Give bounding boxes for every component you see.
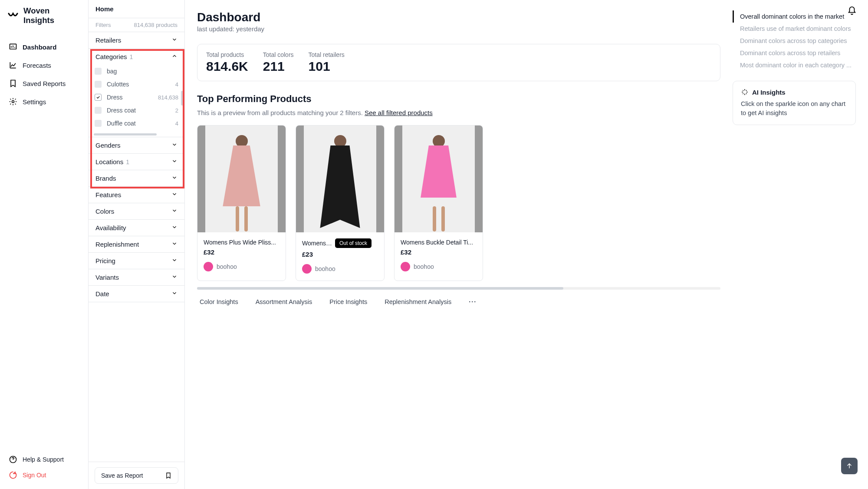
- analysis-tabs: Color InsightsAssortment AnalysisPrice I…: [197, 291, 720, 311]
- analysis-tab[interactable]: Color Insights: [200, 298, 238, 305]
- filter-features[interactable]: Features: [89, 187, 184, 203]
- product-price: £23: [302, 251, 378, 258]
- section-nav-item[interactable]: Retailers use of market dominant colors: [733, 23, 856, 35]
- product-card[interactable]: Womens Buckle Detail Ti... £32 boohoo: [394, 125, 483, 281]
- nav-dashboard-label: Dashboard: [23, 43, 56, 51]
- save-report-label: Save as Report: [101, 472, 143, 479]
- brand-logo-icon: [8, 12, 20, 20]
- product-image: [395, 126, 483, 232]
- preview-text: This is a preview from all products matc…: [197, 109, 720, 116]
- product-name: Womens Plus Wide Pliss...: [204, 239, 276, 246]
- category-option[interactable]: Duffle coat4: [95, 117, 178, 130]
- section-nav: Overall dominant colors in the marketRet…: [733, 10, 856, 71]
- filter-brands[interactable]: Brands: [89, 170, 184, 187]
- filter-genders[interactable]: Genders: [89, 137, 184, 154]
- product-price: £32: [204, 248, 279, 256]
- checkbox-icon: [95, 68, 102, 75]
- chevron-down-icon: [171, 208, 178, 215]
- product-card[interactable]: Womens Plus Wide Pliss... £32 boohoo: [197, 125, 286, 281]
- nav-forecasts[interactable]: Forecasts: [4, 56, 84, 74]
- stats-card: Total products814.6KTotal colors211Total…: [197, 44, 720, 81]
- retailer-name: boohoo: [217, 263, 237, 270]
- products-hscroll[interactable]: [197, 287, 720, 291]
- scroll-top-button[interactable]: [841, 458, 858, 474]
- filter-locations[interactable]: Locations1: [89, 154, 184, 170]
- product-card[interactable]: Womens ...Out of stock £23 boohoo: [296, 125, 385, 281]
- stat-label: Total products: [206, 51, 248, 58]
- categories-hscroll[interactable]: [94, 132, 179, 136]
- chevron-down-icon: [171, 224, 178, 231]
- products-row: Womens Plus Wide Pliss... £32 boohoo Wom…: [197, 125, 720, 281]
- nav-signout[interactable]: Sign Out: [0, 467, 88, 483]
- nav-forecasts-label: Forecasts: [23, 62, 51, 69]
- filter-categories-label: Categories: [95, 53, 127, 60]
- filter-categories-list: bagCulottes4Dress814,638Dress coat2Duffl…: [89, 65, 184, 132]
- nav-help[interactable]: Help & Support: [0, 452, 88, 467]
- retailer-name: boohoo: [315, 265, 335, 272]
- right-column: Overall dominant colors in the marketRet…: [733, 10, 856, 311]
- category-option[interactable]: Culottes4: [95, 78, 178, 91]
- analysis-tab[interactable]: Assortment Analysis: [256, 298, 312, 305]
- filter-categories: Categories 1 bagCulottes4Dress814,638Dre…: [89, 49, 184, 137]
- filter-retailers-label: Retailers: [95, 36, 121, 44]
- category-option[interactable]: bag: [95, 65, 178, 78]
- filter-replenishment[interactable]: Replenishment: [89, 236, 184, 253]
- filter-variants[interactable]: Variants: [89, 269, 184, 286]
- analysis-tab[interactable]: Price Insights: [329, 298, 367, 305]
- chevron-up-icon: [171, 53, 178, 60]
- section-nav-item[interactable]: Overall dominant colors in the market: [733, 10, 856, 23]
- page-title: Dashboard: [197, 10, 720, 24]
- section-nav-item[interactable]: Most dominant color in each category ...: [733, 59, 856, 71]
- filter-pricing-label: Pricing: [95, 257, 115, 264]
- filter-date[interactable]: Date: [89, 286, 184, 302]
- filter-availability[interactable]: Availability: [89, 220, 184, 236]
- see-all-link[interactable]: See all filtered products: [365, 109, 433, 116]
- section-nav-item[interactable]: Dominant colors across top categories: [733, 35, 856, 47]
- nav-dashboard[interactable]: Dashboard: [4, 38, 84, 56]
- category-count: 4: [175, 81, 178, 88]
- nav-help-label: Help & Support: [23, 456, 64, 463]
- filter-categories-head[interactable]: Categories 1: [89, 49, 184, 65]
- bookmark-icon: [165, 472, 172, 479]
- category-label: bag: [107, 68, 117, 75]
- chevron-down-icon: [171, 142, 178, 149]
- product-name: Womens Buckle Detail Ti...: [401, 239, 473, 246]
- retailer-name: boohoo: [414, 263, 434, 270]
- page-subtitle: last updated: yesterday: [197, 25, 720, 33]
- nav-settings[interactable]: Settings: [4, 93, 84, 110]
- tabs-more-button[interactable]: ···: [469, 298, 477, 305]
- filter-sections: Retailers Categories 1 bagCulottes4Dress…: [89, 32, 184, 462]
- categories-vscroll[interactable]: [181, 65, 183, 128]
- filter-pricing[interactable]: Pricing: [89, 253, 184, 269]
- filter-genders-label: Genders: [95, 142, 121, 149]
- filter-retailers[interactable]: Retailers: [89, 32, 184, 49]
- category-option[interactable]: Dress814,638: [95, 91, 178, 104]
- analysis-tab[interactable]: Replenishment Analysis: [385, 298, 451, 305]
- bookmark-icon: [9, 79, 17, 88]
- notifications-button[interactable]: [847, 6, 857, 17]
- section-top-title: Top Performing Products: [197, 93, 720, 105]
- category-count: 814,638: [158, 94, 178, 101]
- filter-colors[interactable]: Colors: [89, 203, 184, 220]
- product-retailer: boohoo: [204, 262, 279, 271]
- ai-insights-card: AI Insights Click on the sparkle icon on…: [733, 81, 856, 125]
- nav-saved-reports[interactable]: Saved Reports: [4, 75, 84, 92]
- page-breadcrumb: Home: [89, 0, 184, 18]
- stat-value: 101: [309, 59, 345, 74]
- product-retailer: boohoo: [302, 264, 378, 274]
- brand: Woven Insights: [0, 6, 88, 38]
- filter-summary-label: Filters: [95, 22, 111, 28]
- save-report-button[interactable]: Save as Report: [95, 467, 178, 484]
- category-option[interactable]: Dress coat2: [95, 104, 178, 117]
- ai-insights-title: AI Insights: [752, 89, 786, 96]
- stat-value: 814.6K: [206, 59, 248, 74]
- nav-signout-label: Sign Out: [23, 472, 46, 479]
- product-retailer: boohoo: [401, 262, 477, 271]
- section-nav-item[interactable]: Dominant colors across top retailers: [733, 47, 856, 59]
- chevron-down-icon: [171, 191, 178, 198]
- filter-summary: Filters 814,638 products: [89, 18, 184, 32]
- filter-brands-label: Brands: [95, 175, 116, 182]
- chevron-down-icon: [171, 36, 178, 44]
- sidebar: Woven Insights Dashboard Forecasts Saved…: [0, 0, 89, 489]
- filter-variants-label: Variants: [95, 274, 119, 281]
